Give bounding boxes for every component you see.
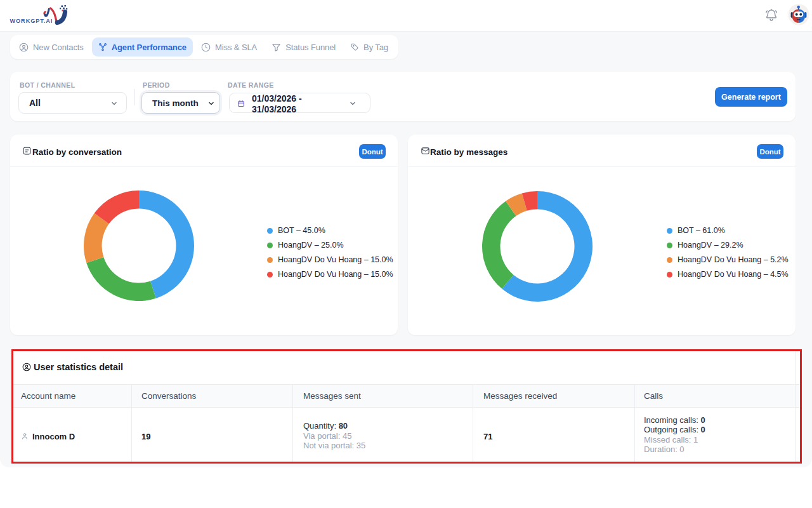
svg-text:WORKGPT.AI: WORKGPT.AI	[10, 18, 53, 24]
